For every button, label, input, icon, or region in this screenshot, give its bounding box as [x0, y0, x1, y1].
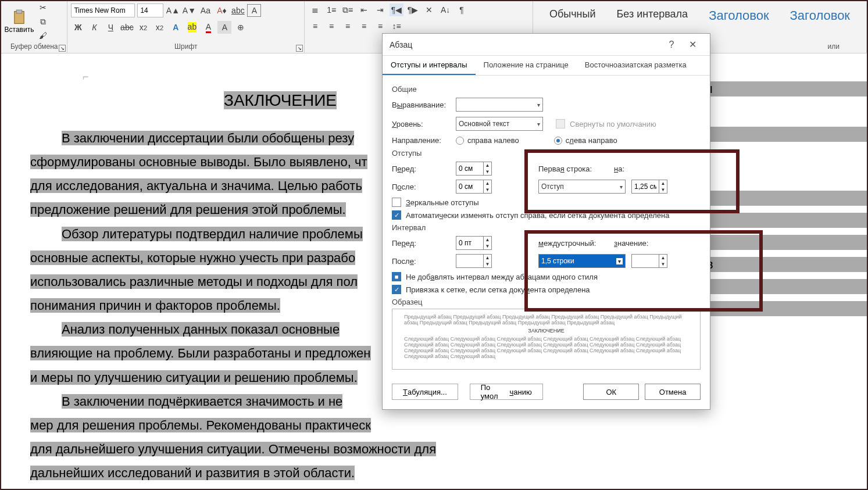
rtl-button[interactable]: ¶▶ [406, 3, 420, 16]
style-nospacing[interactable]: Без интервала [617, 8, 688, 23]
tab-indents[interactable]: Отступы и интервалы [383, 56, 476, 75]
autoindent-checkbox[interactable]: ✓ [392, 210, 401, 220]
font-color-button[interactable]: A [201, 21, 215, 34]
sp-before-spin[interactable]: ▲▼ [456, 236, 492, 250]
p1c: для исследования, актуальна и значима. Ц… [30, 178, 362, 193]
cut-button[interactable]: ✂ [36, 1, 50, 14]
autoindent-label: Автоматически изменять отступ справа, ес… [406, 211, 669, 220]
p1: В заключении диссертации были обобщены р… [62, 131, 354, 145]
direction-label: Направление: [392, 136, 450, 145]
sort-button[interactable]: A↓ [438, 3, 452, 16]
alignment-combo[interactable]: ▾ [456, 98, 543, 112]
superscript-button[interactable]: x2 [152, 21, 166, 34]
preview-after: Следующий абзац Следующий абзац Следующи… [404, 336, 688, 359]
preview-box: Предыдущий абзац Предыдущий абзац Предыд… [392, 309, 701, 370]
strike-button[interactable]: abc [120, 21, 134, 34]
svg-rect-1 [16, 10, 22, 13]
dialog-title: Абзац [390, 40, 412, 49]
ltr-button[interactable]: ¶◀ [390, 3, 403, 16]
level-label: Уровень: [392, 120, 450, 128]
mirror-checkbox[interactable] [392, 198, 401, 207]
multilevel-button[interactable]: ⧉≡ [341, 3, 355, 16]
indent-before-spin[interactable]: ▲▼ [456, 162, 492, 176]
noextra-checkbox[interactable]: ■ [392, 272, 401, 281]
show-hide-button[interactable]: ¶ [455, 3, 469, 16]
bullets-button[interactable]: ≣ [308, 3, 322, 16]
line-spacing-button[interactable]: ↕≡ [390, 20, 403, 33]
grow-font-button[interactable]: A▲ [166, 4, 180, 17]
enclose-char-button[interactable]: ⊕ [234, 21, 248, 34]
collapse-label: Свернуты по умолчанию [570, 120, 656, 128]
dialog-titlebar: Абзац ? ✕ [383, 34, 710, 56]
ltr-radio[interactable]: слева направо [554, 136, 617, 145]
bold-button[interactable]: Ж [71, 21, 85, 34]
alignment-label: Выравнивание: [392, 101, 450, 109]
font-launcher[interactable]: ↘ [296, 45, 303, 52]
tabs-button[interactable]: Табуляция... [392, 384, 458, 400]
align-center-button[interactable]: ≡ [324, 20, 338, 33]
numbering-button[interactable]: 1≡ [324, 3, 338, 16]
preview-title: ЗАКЛЮЧЕНИЕ [404, 328, 688, 334]
format-painter-button[interactable]: 🖌 [36, 29, 50, 42]
ok-button[interactable]: ОК [583, 384, 639, 400]
clipboard-launcher[interactable]: ↘ [59, 45, 66, 52]
linespacing-label: междустрочный: [538, 239, 608, 248]
align-left-button[interactable]: ≡ [308, 20, 322, 33]
style-heading1[interactable]: Заголовок [709, 8, 769, 23]
p4c: для дальнейшего улучшения ситуации. Отме… [30, 442, 436, 456]
rtl-radio[interactable]: справа налево [456, 136, 519, 145]
subscript-button[interactable]: x2 [136, 21, 150, 34]
text-effects-button[interactable]: A [169, 21, 183, 34]
highlight-button[interactable]: ab [185, 21, 199, 34]
general-label: Общие [392, 85, 701, 94]
font-size-combo[interactable] [137, 3, 163, 17]
tab-pageposition[interactable]: Положение на странице [476, 56, 577, 75]
clear-formatting-button[interactable]: A♦ [215, 4, 228, 17]
dialog-tabs: Отступы и интервалы Положение на страниц… [383, 56, 710, 76]
special-by-spin[interactable]: ▲▼ [631, 180, 667, 194]
paste-button[interactable]: Вставить [5, 6, 34, 38]
copy-button[interactable]: ⧉ [36, 15, 50, 28]
p2c: использовались различные методы и подход… [30, 274, 358, 289]
help-button[interactable]: ? [661, 34, 682, 55]
italic-button[interactable]: К [87, 21, 101, 34]
increase-indent-button[interactable]: ⇥ [373, 3, 387, 16]
special-combo[interactable]: Отступ▾ [538, 180, 626, 194]
align-right-button[interactable]: ≡ [341, 20, 355, 33]
underline-button[interactable]: Ч [103, 21, 117, 34]
char-shading-button[interactable]: A [217, 21, 231, 34]
p4: В заключении подчёркивается значимость и… [62, 394, 342, 409]
style-normal[interactable]: Обычный [549, 8, 596, 23]
shrink-font-button[interactable]: A▼ [182, 4, 196, 17]
by-label: на: [614, 164, 637, 173]
p2b: основные аспекты, которые нужно учесть п… [30, 251, 355, 265]
level-combo[interactable]: Основной текст▾ [456, 117, 543, 131]
linespacing-combo[interactable]: 1,5 строки▾ [538, 254, 626, 268]
sp-after-spin[interactable]: ▲▼ [456, 254, 492, 268]
font-name-combo[interactable] [71, 3, 135, 17]
clipboard-group-label: Буфер обмена [5, 41, 63, 52]
indent-before-label: Перед: [392, 164, 450, 173]
cancel-button[interactable]: Отмена [645, 384, 701, 400]
doc-title: ЗАКЛЮЧЕНИЕ [224, 91, 337, 109]
change-case-button[interactable]: Aa [198, 4, 212, 17]
close-button[interactable]: ✕ [682, 34, 703, 55]
tab-asian[interactable]: Восточноазиатская разметка [577, 56, 695, 75]
asian-layout-button[interactable]: ✕ [422, 3, 436, 16]
at-spin[interactable]: ▲▼ [631, 254, 667, 268]
distribute-button[interactable]: ≡ [373, 20, 387, 33]
indents-label: Отступы [392, 149, 701, 158]
style-heading2[interactable]: Заголовок [790, 8, 850, 23]
p2d: понимания причин и факторов проблемы. [30, 298, 280, 313]
justify-button[interactable]: ≡ [357, 20, 371, 33]
indent-after-spin[interactable]: ▲▼ [456, 180, 492, 194]
enclose-button[interactable]: A [247, 4, 261, 17]
preview-before: Предыдущий абзац Предыдущий абзац Предыд… [404, 314, 688, 326]
decrease-indent-button[interactable]: ⇤ [357, 3, 371, 16]
p1d: предложение решений для решения этой про… [30, 202, 346, 217]
paragraph-dialog: Абзац ? ✕ Отступы и интервалы Положение … [382, 33, 710, 410]
default-button[interactable]: По умолчанию [470, 384, 543, 400]
phonetic-guide-button[interactable]: abc [231, 4, 245, 17]
snap-checkbox[interactable]: ✓ [392, 285, 401, 294]
font-group-label: Шрифт [71, 41, 301, 52]
